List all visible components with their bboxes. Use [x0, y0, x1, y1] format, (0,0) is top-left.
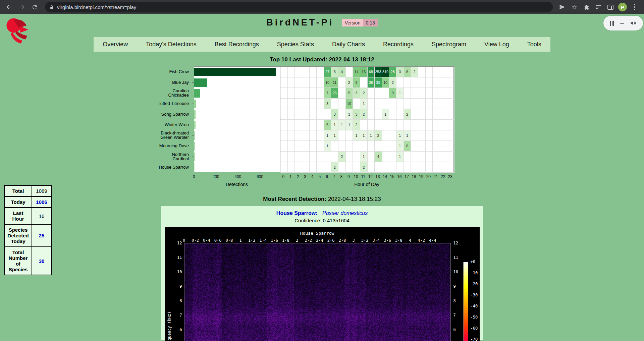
stats-row-total: Total1089	[4, 185, 51, 196]
pause-button[interactable]	[610, 21, 614, 26]
heat-x-tick: 12	[368, 174, 373, 179]
back-button[interactable]	[3, 1, 15, 13]
pause-icon	[610, 21, 614, 26]
side-panel-button[interactable]	[606, 2, 615, 12]
seek-handle[interactable]	[620, 23, 624, 24]
nav-bar: OverviewToday's DetectionsBest Recording…	[94, 37, 550, 52]
bar-song-sparrow	[194, 110, 196, 119]
heatmap-cell: 1	[396, 152, 404, 162]
nav-item-tools[interactable]: Tools	[518, 41, 550, 48]
stats-value-species-detected-today[interactable]: 25	[39, 233, 45, 238]
spec-x-tick: 3·2	[361, 238, 369, 243]
heatmap-cell	[295, 109, 302, 120]
nav-item-recordings[interactable]: Recordings	[374, 41, 423, 48]
nav-item-daily-charts[interactable]: Daily Charts	[323, 41, 374, 48]
spec-x-tick: 4·4	[429, 238, 436, 243]
heatmap-cell	[447, 77, 454, 88]
forward-icon	[18, 4, 25, 10]
nav-item-spectrogram[interactable]: Spectrogram	[423, 41, 475, 48]
stats-value-total-number-of-species[interactable]: 30	[39, 258, 45, 264]
heatmap-cell	[310, 99, 317, 109]
heatmap-cell	[317, 99, 324, 109]
heatmap-cell	[411, 88, 418, 99]
heatmap-cell: 10	[382, 77, 389, 88]
heatmap-cell	[447, 109, 454, 120]
profile-button[interactable]: P	[618, 2, 627, 12]
filter-lines-icon	[596, 5, 601, 9]
browser-menu-button[interactable]	[630, 2, 639, 12]
heatmap-cell	[440, 67, 447, 77]
heatmap-cell	[411, 109, 418, 120]
heatmap-cell	[280, 120, 288, 130]
heatmap-cell: 1	[404, 130, 411, 141]
detection-card: House Sparrow: Passer domesticus Confide…	[161, 206, 483, 340]
bar-tufted-titmouse	[194, 100, 196, 108]
colorbar-tick: -20	[471, 282, 478, 286]
nav-item-species-stats[interactable]: Species Stats	[268, 41, 323, 48]
heatmap-cell: 2	[360, 88, 368, 99]
heatmap-cell	[382, 162, 389, 173]
bar-mourning-dove	[194, 142, 195, 150]
heatmap-cell	[411, 152, 418, 162]
extension-action-button[interactable]	[594, 2, 603, 12]
heatmap-cell	[302, 162, 310, 173]
heatmap-cell	[280, 152, 288, 162]
heatmap-cell	[382, 99, 389, 109]
heat-axis-label: Hour of Day	[354, 182, 379, 187]
nav-item-overview[interactable]: Overview	[94, 41, 137, 48]
heatmap-cell	[346, 152, 353, 162]
y-tick-mark	[192, 93, 194, 93]
heatmap-cell	[440, 99, 447, 109]
heatmap-cell	[280, 88, 288, 99]
heatmap-cell	[440, 109, 447, 120]
send-icon	[559, 4, 565, 10]
heatmap-cell	[440, 120, 447, 130]
heatmap-cell: 16	[360, 67, 368, 77]
volume-button[interactable]	[630, 20, 637, 26]
heatmap-cell	[396, 120, 404, 130]
heatmap-cell: 1	[346, 120, 353, 130]
bookmark-button[interactable]: ☆	[570, 2, 579, 12]
heatmap-cell: 27	[324, 67, 331, 77]
extensions-button[interactable]	[582, 2, 591, 12]
address-bar[interactable]: virginia.birdnetpi.com/?stream=play	[45, 2, 553, 12]
heatmap-cell	[338, 77, 346, 88]
spec-x-tick: 2	[296, 238, 298, 243]
forward-button[interactable]	[16, 1, 28, 13]
heatmap-cell	[368, 88, 375, 99]
send-to-device-button[interactable]	[557, 2, 567, 12]
spec-x-tick: 3	[352, 238, 355, 243]
reload-button[interactable]	[29, 1, 40, 13]
heatmap-cell: 3	[324, 99, 331, 109]
heatmap-cell	[353, 162, 360, 173]
detection-scientific-name: Passer domesticus	[322, 210, 368, 216]
heatmap-cell	[346, 162, 353, 173]
spec-x-tick: 1·8	[282, 238, 289, 243]
heatmap-cell: 2	[331, 162, 338, 173]
seek-dash-icon	[620, 23, 624, 24]
chart-species-labels: Fish CrowBlue JayCarolina ChickadeeTufte…	[148, 66, 192, 172]
heatmap-cell	[433, 67, 440, 77]
nav-item-today-s-detections[interactable]: Today's Detections	[137, 41, 206, 48]
spec-y-tick-right: 9	[453, 284, 456, 289]
nav-item-best-recordings[interactable]: Best Recordings	[206, 41, 268, 48]
heatmap-cell	[288, 109, 295, 120]
heatmap-cell	[426, 152, 433, 162]
heatmap-cell	[389, 162, 396, 173]
spec-y-tick-left: 10	[170, 270, 182, 274]
heatmap-cell	[382, 130, 389, 141]
heatmap-cell	[288, 88, 295, 99]
nav-item-view-log[interactable]: View Log	[475, 41, 518, 48]
heatmap-cell	[418, 162, 426, 173]
heatmap-cell: 28	[389, 67, 396, 77]
stats-value-today[interactable]: 1006	[36, 199, 47, 205]
heatmap-cell	[310, 162, 317, 173]
heatmap-cell	[433, 99, 440, 109]
spec-x-tick: 3·4	[373, 238, 380, 243]
y-tick-mark	[192, 125, 194, 125]
heatmap-cell	[338, 109, 346, 120]
heatmap-cell	[310, 77, 317, 88]
heatmap-cell	[317, 67, 324, 77]
stats-row-last-hour: Last Hour16	[4, 208, 51, 224]
heatmap-cell	[280, 162, 288, 173]
